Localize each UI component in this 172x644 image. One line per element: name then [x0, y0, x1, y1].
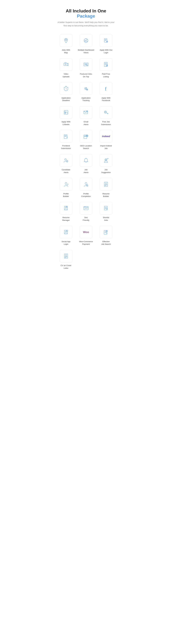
svg-rect-49 [84, 135, 87, 138]
feature-multiple-dashboard: Multiple DashboardViews [77, 34, 95, 54]
svg-point-10 [65, 64, 66, 65]
feature-job-alerts: JobAlerts [77, 154, 95, 174]
icon-box-shortlist [100, 202, 112, 214]
feature-apply-facebook: f Apply WithFacebook [97, 82, 115, 102]
feature-label: Paid FreeListing [102, 73, 110, 78]
svg-rect-33 [65, 112, 65, 114]
feature-profile-builder: ProfileBuilder [57, 178, 75, 198]
feature-effective-job-search: EffectiveJob Search [97, 226, 115, 246]
feature-paid-free-listing: Paid FreeListing [97, 58, 115, 78]
email-icon [83, 109, 89, 116]
social-login-icon: f [63, 229, 69, 235]
listing-icon [103, 62, 109, 68]
svg-point-34 [65, 111, 65, 112]
feature-import-indeed: indeed Import IndeedJob [97, 130, 115, 150]
feature-label: EffectiveJob Search [101, 240, 111, 246]
icon-box-bell [80, 154, 92, 166]
icon-box-apply [100, 34, 112, 47]
shortlist-icon [103, 205, 109, 211]
svg-point-1 [66, 40, 66, 40]
features-grid: Jobs WithMap Multiple DashboardViews [57, 34, 115, 270]
feature-free-job-submission: Free JobSubmission [97, 106, 115, 126]
svg-rect-82 [104, 206, 107, 210]
svg-point-61 [106, 159, 106, 160]
feature-featured-jobs: Featured JobsOn Top [77, 58, 95, 78]
svg-point-87 [65, 231, 66, 232]
svg-rect-4 [104, 38, 107, 42]
feature-email-alerts: EmailAlerts [77, 106, 95, 126]
woo-text: Woo [83, 230, 89, 234]
icon-box-free-job [100, 106, 112, 118]
icon-box-map [60, 34, 72, 47]
icon-box-profile-builder [60, 178, 72, 190]
feature-label: JobAlerts [84, 168, 89, 174]
svg-line-30 [86, 88, 87, 88]
feature-label: FrontendSubmission [61, 144, 71, 150]
map-icon [63, 38, 69, 44]
svg-point-80 [85, 207, 85, 207]
feature-geo-location: GEO LocationSearch [77, 130, 95, 150]
icon-box-suggestion [100, 154, 112, 166]
svg-point-79 [84, 207, 84, 207]
svg-point-88 [66, 230, 68, 232]
svg-point-62 [65, 182, 67, 184]
icon-box-indeed: indeed [100, 130, 112, 142]
icon-box-frontend [60, 130, 72, 142]
video-icon [63, 62, 69, 68]
feature-label: Apply WithFacebook [101, 97, 111, 102]
feature-application-tracking: ApplicationTracking [77, 82, 95, 102]
icon-box-deadline [60, 82, 72, 95]
feature-label: Jobs WithMap [62, 49, 70, 54]
icon-box-geo [80, 130, 92, 142]
suggestion-icon [103, 157, 109, 163]
cv-icon [63, 253, 69, 259]
feature-label: EmailAlerts [84, 120, 89, 126]
feature-apply-without-login: Apply With OutLogin [97, 34, 115, 54]
page-subtitle: A better Superio is out there. We'll hel… [57, 21, 115, 27]
geo-icon [83, 133, 89, 140]
svg-rect-9 [64, 63, 67, 66]
svg-rect-19 [104, 62, 107, 66]
feature-resume-manager: ResumeManager [57, 202, 75, 222]
feature-label: Apply With OutLogin [100, 49, 112, 54]
icon-box-candidate [60, 154, 72, 166]
icon-box-woo: Woo [80, 226, 92, 238]
svg-point-55 [65, 159, 66, 160]
profile-completion-icon [83, 181, 89, 187]
indeed-text: indeed [102, 135, 110, 138]
feature-label: Import IndeedJob [100, 144, 112, 150]
page-title: All Included In One Package [57, 8, 115, 19]
feature-label: Social AppLogin [62, 240, 71, 246]
feature-woo-commerce: Woo Woo-CommercePayment [77, 226, 95, 246]
feature-resume-builder: ResumeBuilder [97, 178, 115, 198]
svg-point-96 [65, 254, 67, 256]
feature-application-deadline: ApplicationDeadline [57, 82, 75, 102]
icon-box-linkedin [60, 106, 72, 118]
svg-point-3 [86, 40, 86, 41]
feature-label: ProfileCompletion [81, 192, 91, 198]
svg-point-81 [85, 207, 86, 207]
tracking-icon [83, 86, 89, 92]
feature-label: ResumeManager [62, 216, 70, 222]
svg-point-68 [105, 183, 106, 184]
feature-shortlist-jobs: ShorlistJobs [97, 202, 115, 222]
feature-label: GEO LocationSearch [80, 144, 92, 150]
svg-line-64 [68, 184, 68, 184]
feature-seo-friendly: SeoFriendly [77, 202, 95, 222]
feature-label: VideoUploads [63, 73, 70, 78]
icon-box-email [80, 106, 92, 118]
feature-job-suggestion: JobSuggestion [97, 154, 115, 174]
feature-apply-linkedin: Apply WithLinkedin [57, 106, 75, 126]
svg-rect-67 [104, 182, 108, 186]
feature-label: Free JobSubmission [101, 120, 111, 126]
icon-box-facebook: f [100, 82, 112, 95]
resume-builder-icon [103, 181, 109, 187]
feature-frontend-submission: FrontendSubmission [57, 130, 75, 150]
feature-label: JobSuggestion [101, 168, 111, 174]
feature-label: Featured JobsOn Top [80, 73, 92, 78]
feature-video-uploads: VideoUploads [57, 58, 75, 78]
deadline-icon [63, 86, 69, 92]
icon-box-profile-completion [80, 178, 92, 190]
feature-profile-completion: ProfileCompletion [77, 178, 95, 198]
feature-label: Woo-CommercePayment [79, 240, 93, 246]
